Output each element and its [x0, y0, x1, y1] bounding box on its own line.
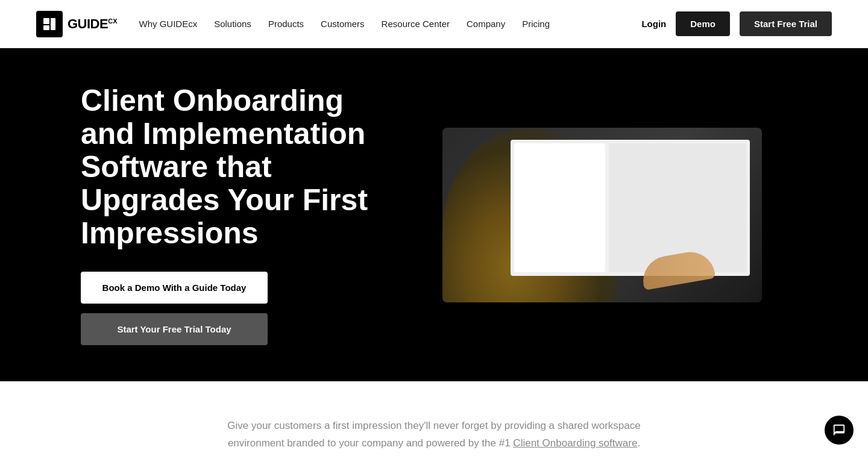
- screen-panel-left: [514, 143, 606, 272]
- hero-buttons: Book a Demo With a Guide Today Start You…: [81, 272, 268, 345]
- book-demo-button[interactable]: Book a Demo With a Guide Today: [81, 272, 268, 304]
- hero-title: Client Onboarding and Implementation Sof…: [81, 84, 394, 250]
- below-hero-text: Give your customers a first impression t…: [199, 417, 669, 452]
- chat-icon: [832, 423, 846, 437]
- navbar-right: Login Demo Start Free Trial: [641, 11, 832, 36]
- nav-item-products[interactable]: Products: [268, 19, 304, 30]
- screen-mockup: [442, 128, 762, 302]
- navbar: GUIDECX Why GUIDEcx Solutions Products C…: [0, 0, 868, 48]
- below-hero-section: Give your customers a first impression t…: [0, 381, 868, 459]
- hero-screenshot: [442, 128, 762, 302]
- chat-bubble-button[interactable]: [825, 416, 854, 445]
- start-free-trial-button[interactable]: Start Free Trial: [740, 11, 832, 36]
- client-onboarding-link[interactable]: Client Onboarding software: [513, 437, 637, 449]
- svg-rect-2: [43, 25, 49, 30]
- logo[interactable]: GUIDECX: [36, 11, 117, 37]
- navbar-left: GUIDECX Why GUIDEcx Solutions Products C…: [36, 11, 550, 37]
- hero-content: Client Onboarding and Implementation Sof…: [81, 84, 394, 345]
- nav-item-company[interactable]: Company: [467, 19, 505, 30]
- logo-text: GUIDECX: [68, 16, 117, 32]
- svg-rect-1: [43, 18, 49, 24]
- demo-button[interactable]: Demo: [676, 11, 730, 36]
- svg-rect-3: [51, 18, 55, 30]
- screen-panel-right: [609, 143, 746, 272]
- nav-item-customers[interactable]: Customers: [321, 19, 365, 30]
- start-trial-button[interactable]: Start Your Free Trial Today: [81, 313, 268, 345]
- nav-links: Why GUIDEcx Solutions Products Customers…: [139, 19, 550, 30]
- logo-icon: [36, 11, 63, 37]
- nav-item-resource-center[interactable]: Resource Center: [382, 19, 450, 30]
- login-link[interactable]: Login: [641, 19, 666, 29]
- screen-panels: [511, 140, 750, 276]
- hero-section: Client Onboarding and Implementation Sof…: [0, 48, 868, 381]
- nav-item-pricing[interactable]: Pricing: [522, 19, 550, 30]
- nav-item-solutions[interactable]: Solutions: [214, 19, 251, 30]
- hero-image: [442, 128, 762, 302]
- nav-item-why-guidecx[interactable]: Why GUIDEcx: [139, 19, 197, 30]
